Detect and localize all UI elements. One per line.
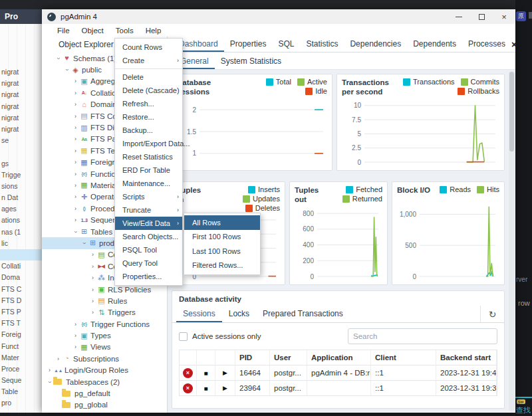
sessions-table: PIDUserApplicationClientBackend start×■▶… — [179, 350, 497, 396]
background-tree-item: Proce — [0, 364, 42, 375]
submenu-item-first-100-rows[interactable]: First 100 Rows — [184, 230, 260, 245]
menubar-item-tools[interactable]: Tools — [110, 27, 140, 35]
context-menu-item-restore[interactable]: Restore... — [115, 110, 182, 124]
refresh-button[interactable]: ↻ — [480, 306, 504, 322]
tree-item-views[interactable]: ›▦Views — [42, 342, 167, 353]
table-header-row: PIDUserApplicationClientBackend start — [180, 350, 497, 365]
expand-row-button[interactable]: ▶ — [223, 369, 227, 376]
tree-expand-icon[interactable]: › — [72, 148, 79, 154]
tree-expand-icon[interactable]: › — [72, 78, 79, 84]
tree-expand-icon[interactable]: › — [72, 217, 79, 223]
activity-tab-sessions[interactable]: Sessions — [176, 306, 222, 322]
tree-expand-icon[interactable]: › — [72, 136, 79, 142]
tree-expand-icon[interactable]: › — [72, 332, 79, 339]
context-menu-item-maintenance[interactable]: Maintenance... — [115, 177, 182, 190]
tree-item-pg-default[interactable]: pg_default — [42, 387, 167, 399]
tree-expand-icon[interactable]: › — [89, 274, 96, 281]
tree-expand-icon[interactable]: › — [72, 90, 79, 96]
context-menu-item-delete-cascade[interactable]: Delete (Cascade) — [115, 84, 182, 97]
tree-expand-icon[interactable]: › — [89, 251, 96, 258]
tree-expand-icon[interactable]: › — [81, 239, 88, 247]
subtab-system-statistics[interactable]: System Statistics — [215, 52, 287, 69]
background-badge: 原 — [516, 11, 526, 21]
context-menu-item-delete[interactable]: Delete — [115, 70, 182, 84]
tree-expand-icon[interactable]: › — [72, 101, 79, 108]
tree-item-types[interactable]: ›▣Types — [42, 330, 167, 341]
tree-item-pg-global[interactable]: pg_global — [42, 399, 167, 411]
minimize-button[interactable] — [448, 9, 470, 24]
scrollbar-thumb[interactable] — [509, 72, 514, 152]
context-menu-item-view-edit-data[interactable]: View/Edit Data› — [115, 217, 182, 230]
tree-expand-icon[interactable]: › — [72, 344, 79, 350]
table-cell: 23964 — [235, 381, 270, 395]
tree-expand-icon[interactable]: › — [47, 378, 53, 385]
tree-expand-icon[interactable]: › — [89, 286, 96, 293]
submenu-item-filtered-rows[interactable]: Filtered Rows... — [184, 259, 260, 273]
tree-expand-icon[interactable]: › — [72, 205, 79, 212]
tree-expand-icon[interactable]: › — [89, 309, 96, 316]
tree-item-triggers[interactable]: ›⇅Triggers — [42, 307, 167, 318]
background-window-left[interactable]: nigratnigratnigratnigratnigratnigratsegs… — [0, 9, 42, 413]
tab-dependents[interactable]: Dependents — [407, 37, 462, 52]
menubar-item-help[interactable]: Help — [140, 27, 168, 35]
tree-expand-icon[interactable]: › — [89, 298, 96, 304]
legend-swatch — [403, 78, 410, 86]
context-menu-item-properties[interactable]: Properties... — [115, 270, 182, 283]
context-menu-item-backup[interactable]: Backup... — [115, 124, 182, 137]
tree-expand-icon[interactable]: › — [72, 193, 79, 200]
terminate-session-button[interactable]: × — [183, 383, 193, 393]
maximize-button[interactable] — [470, 9, 493, 24]
context-menu-item-query-tool[interactable]: Query Tool — [115, 257, 182, 270]
cancel-query-button[interactable]: ■ — [203, 369, 207, 377]
tree-expand-icon[interactable]: › — [72, 113, 79, 120]
submenu-item-all-rows[interactable]: All Rows — [184, 215, 260, 230]
context-menu-item-create[interactable]: Create› — [115, 54, 182, 67]
context-menu-item-scripts[interactable]: Scripts› — [115, 190, 182, 203]
tree-expand-icon[interactable]: › — [55, 54, 62, 62]
terminate-session-button[interactable]: × — [183, 368, 193, 378]
tab-statistics[interactable]: Statistics — [300, 37, 344, 52]
tree-expand-icon[interactable]: › — [72, 159, 79, 165]
tree-expand-icon[interactable]: › — [72, 171, 79, 177]
tree-expand-icon[interactable]: › — [89, 263, 96, 270]
background-window-right[interactable]: 原 rver row sw 查找 — [515, 0, 532, 416]
context-menu-item-reset-statistics[interactable]: Reset Statistics — [115, 150, 182, 163]
dashboard-scrollbar[interactable] — [509, 71, 515, 411]
activity-tab-prepared-transactions[interactable]: Prepared Transactions — [256, 306, 350, 322]
tree-item-tablespaces-2[interactable]: ›Tablespaces (2) — [42, 376, 167, 387]
context-menu-item-search-objects[interactable]: Search Objects... — [115, 230, 182, 243]
expand-row-button[interactable]: ▶ — [223, 385, 227, 391]
context-menu-item-import-export-data[interactable]: Import/Export Data... — [115, 137, 182, 150]
active-sessions-checkbox[interactable] — [179, 332, 188, 341]
tree-item-subscriptions[interactable]: ›◔Subscriptions — [42, 353, 167, 364]
context-menu-item-refresh[interactable]: Refresh... — [115, 97, 182, 110]
menubar-item-object[interactable]: Object — [76, 27, 110, 35]
tree-item-rules[interactable]: ›▤Rules — [42, 295, 167, 306]
tab-dependencies[interactable]: Dependencies — [344, 37, 407, 52]
tree-expand-icon[interactable]: › — [64, 66, 70, 74]
menu-item-label: Query Tool — [122, 259, 158, 267]
menubar-item-file[interactable]: File — [51, 27, 76, 35]
tree-item-login-group-roles[interactable]: ›▲▲Login/Group Roles — [42, 365, 167, 376]
tree-item-trigger-functions[interactable]: ›{e}Trigger Functions — [42, 318, 167, 330]
context-menu-item-erd-for-table[interactable]: ERD For Table — [115, 163, 182, 177]
tree-expand-icon[interactable]: › — [72, 228, 79, 235]
tab-processes[interactable]: Processes — [462, 37, 511, 52]
panel-close-button[interactable]: × — [511, 37, 517, 52]
context-menu-item-psql-tool[interactable]: PSQL Tool — [115, 243, 182, 257]
cancel-query-button[interactable]: ■ — [203, 385, 207, 392]
tree-expand-icon[interactable]: › — [72, 124, 79, 131]
chart-title: Transactions per second — [342, 78, 389, 97]
tree-expand-icon[interactable]: › — [46, 367, 53, 373]
close-button[interactable]: × — [493, 9, 515, 24]
tab-sql[interactable]: SQL — [272, 37, 300, 52]
tree-expand-icon[interactable]: › — [72, 182, 79, 189]
activity-tab-locks[interactable]: Locks — [222, 306, 256, 322]
search-input[interactable] — [348, 328, 497, 344]
context-menu-item-truncate[interactable]: Truncate› — [115, 203, 182, 217]
tree-expand-icon[interactable]: › — [72, 321, 79, 328]
context-menu-item-count-rows[interactable]: Count Rows — [115, 41, 182, 54]
submenu-item-last-100-rows[interactable]: Last 100 Rows — [184, 244, 260, 259]
tab-properties[interactable]: Properties — [224, 37, 273, 52]
tree-expand-icon[interactable]: › — [55, 356, 62, 362]
